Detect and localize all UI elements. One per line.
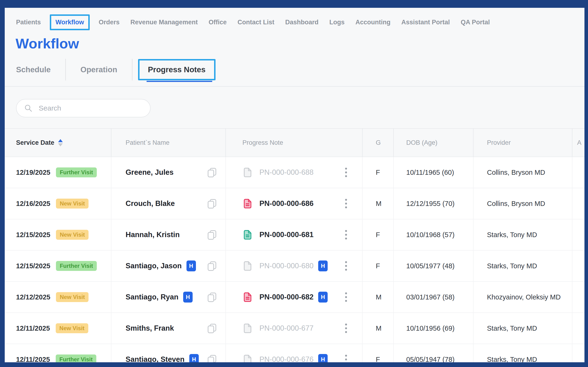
progress-note-id[interactable]: PN-000-000-677 (259, 324, 313, 333)
progress-note-id[interactable]: PN-000-000-686 (259, 199, 313, 208)
patient-name: Hannah, Kristin (126, 231, 180, 239)
dob-cell: 10/11/1965 (60) (394, 157, 474, 188)
nav-item[interactable]: Accounting (355, 19, 391, 26)
table-row[interactable]: 12/11/2025 Further Visit Santiago, Steve… (5, 344, 584, 367)
truncated-cell (572, 188, 584, 219)
tab-operation[interactable]: Operation (66, 65, 132, 74)
document-icon[interactable] (242, 167, 253, 178)
copy-icon[interactable] (206, 323, 217, 334)
top-nav: PatientsWorkflowOrdersRevenue Management… (5, 8, 584, 31)
document-icon[interactable] (242, 229, 253, 240)
column-header-dob: DOB (Age) (394, 129, 474, 157)
dob-age-value: 10/05/1977 (48) (406, 262, 455, 270)
nav-item[interactable]: Revenue Management (131, 19, 198, 26)
nav-item[interactable]: Logs (329, 19, 345, 26)
tab-bar: Schedule Operation Progress Notes (16, 58, 584, 81)
table-row[interactable]: 12/11/2025 New Visit Smiths, Frank H (5, 313, 584, 344)
progress-note-id[interactable]: PN-000-000-682 (259, 293, 313, 301)
nav-item[interactable]: QA Portal (461, 19, 490, 26)
copy-icon[interactable] (206, 292, 217, 302)
provider-cell: Starks, Tony MD (474, 344, 572, 367)
dob-cell: 10/10/1956 (69) (394, 313, 474, 344)
kebab-menu-icon[interactable] (343, 228, 349, 241)
table-body: 12/19/2025 Further Visit Greene, Jules H (5, 157, 584, 367)
document-icon[interactable] (242, 292, 253, 302)
search-box[interactable] (16, 99, 151, 117)
gender-cell: F (363, 344, 394, 367)
nav-item[interactable]: Office (209, 19, 227, 26)
patient-cell: Santiago, Steven H (111, 344, 226, 367)
kebab-menu-icon[interactable] (343, 259, 349, 273)
dob-age-value: 10/11/1965 (60) (406, 169, 454, 176)
document-icon[interactable] (242, 323, 253, 334)
progress-note-id[interactable]: PN-000-000-680 (259, 262, 313, 270)
document-icon[interactable] (242, 198, 253, 209)
service-date-cell: 12/11/2025 Further Visit (5, 344, 111, 367)
gender-cell: F (363, 250, 394, 281)
app-window: PatientsWorkflowOrdersRevenue Management… (0, 0, 588, 367)
kebab-menu-icon[interactable] (343, 166, 349, 179)
nav-item[interactable]: Assistant Portal (401, 19, 450, 26)
sort-icon[interactable] (58, 139, 63, 146)
patient-name: Santiago, Jason (126, 262, 182, 270)
gender-cell: F (363, 219, 394, 250)
truncated-cell (572, 313, 584, 344)
gender-value: F (376, 231, 380, 239)
h-badge: H (183, 292, 193, 302)
gender-value: M (376, 293, 382, 301)
copy-icon[interactable] (206, 230, 217, 240)
truncated-cell (572, 282, 584, 312)
gender-cell: F (363, 157, 394, 188)
table-row[interactable]: 12/15/2025 Further Visit Santiago, Jason… (5, 250, 584, 282)
service-date-cell: 12/12/2025 New Visit (5, 282, 111, 312)
column-header-provider: Provider (474, 129, 572, 157)
table-row[interactable]: 12/19/2025 Further Visit Greene, Jules H (5, 157, 584, 188)
progress-note-id[interactable]: PN-000-000-676 (259, 355, 313, 364)
copy-icon[interactable] (206, 167, 217, 178)
provider-name: Starks, Tony MD (487, 356, 537, 363)
kebab-menu-icon[interactable] (343, 197, 349, 210)
copy-icon[interactable] (206, 198, 217, 209)
progress-note-cell: PN-000-000-676 H (226, 344, 363, 367)
table-row[interactable]: 12/16/2025 New Visit Crouch, Blake H (5, 188, 584, 219)
provider-name: Starks, Tony MD (487, 231, 537, 239)
copy-icon[interactable] (206, 261, 217, 271)
tab-progress-notes[interactable]: Progress Notes (138, 59, 215, 80)
document-icon[interactable] (242, 354, 253, 365)
patient-name: Smiths, Frank (126, 324, 174, 333)
nav-item[interactable]: Workflow (50, 14, 90, 30)
provider-name: Starks, Tony MD (487, 262, 537, 270)
nav-item[interactable]: Patients (16, 19, 41, 26)
document-icon[interactable] (242, 260, 253, 271)
page-title: Workflow (16, 35, 584, 52)
service-date-cell: 12/19/2025 Further Visit (5, 157, 111, 188)
progress-note-id[interactable]: PN-000-000-688 (259, 168, 313, 177)
copy-icon[interactable] (206, 354, 217, 365)
kebab-menu-icon[interactable] (343, 322, 349, 335)
dob-age-value: 10/10/1968 (57) (406, 231, 455, 239)
progress-note-cell: PN-000-000-681 H (226, 219, 363, 250)
patient-name: Greene, Jules (126, 168, 173, 177)
visit-type-badge: New Visit (56, 230, 89, 240)
h-badge: H (318, 354, 328, 365)
nav-item[interactable]: Dashboard (285, 19, 318, 26)
provider-cell: Starks, Tony MD (474, 219, 572, 250)
dob-cell: 05/05/1947 (78) (394, 344, 474, 367)
provider-cell: Collins, Bryson MD (474, 188, 572, 219)
tab-schedule[interactable]: Schedule (16, 65, 65, 74)
patient-cell: Santiago, Ryan H (111, 282, 226, 312)
nav-item[interactable]: Contact List (237, 19, 274, 26)
nav-item[interactable]: Orders (99, 19, 120, 26)
kebab-menu-icon[interactable] (343, 291, 349, 304)
service-date-cell: 12/16/2025 New Visit (5, 188, 111, 219)
column-header-service-date[interactable]: Service Date (5, 129, 111, 157)
table-row[interactable]: 12/12/2025 New Visit Santiago, Ryan H (5, 282, 584, 313)
table-row[interactable]: 12/15/2025 New Visit Hannah, Kristin H (5, 219, 584, 250)
progress-note-id[interactable]: PN-000-000-681 (259, 231, 313, 239)
kebab-menu-icon[interactable] (343, 353, 349, 366)
provider-name: Starks, Tony MD (487, 325, 537, 332)
column-header-truncated: A (572, 129, 584, 157)
search-input[interactable] (38, 104, 138, 112)
patient-name: Crouch, Blake (126, 199, 175, 208)
gender-value: M (376, 200, 382, 208)
